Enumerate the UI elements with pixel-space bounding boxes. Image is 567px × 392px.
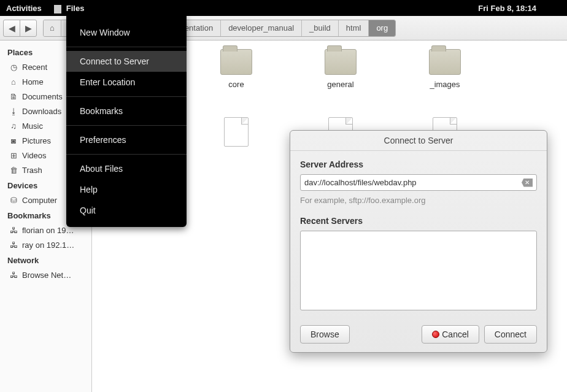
sidebar-item-bookmark[interactable]: 🖧ray on 192.1… [0, 237, 91, 252]
document-icon: 🗎 [9, 91, 18, 101]
file-icon [224, 117, 249, 147]
menu-preferences[interactable]: Preferences [66, 129, 187, 150]
sidebar-item-browse-network[interactable]: 🖧Browse Net… [0, 267, 91, 282]
menu-separator [66, 154, 187, 155]
folder-item[interactable]: _images [417, 49, 472, 89]
menu-separator [66, 125, 187, 126]
menu-quit[interactable]: Quit [66, 200, 187, 221]
connect-button[interactable]: Connect [484, 325, 537, 344]
folder-icon [429, 49, 461, 75]
folder-item[interactable]: core [209, 49, 264, 89]
folder-icon [325, 49, 357, 75]
menu-help[interactable]: Help [66, 179, 187, 200]
menu-separator [66, 96, 187, 97]
app-menu: New Window Connect to Server Enter Locat… [66, 16, 187, 227]
crumb[interactable]: html [339, 20, 369, 36]
activities-button[interactable]: Activities [6, 4, 42, 13]
folder-item[interactable]: general [313, 49, 368, 89]
server-address-input[interactable] [304, 178, 522, 187]
clock-icon: ◷ [9, 62, 18, 72]
remote-icon: 🖧 [9, 225, 18, 235]
camera-icon: ◙ [9, 136, 18, 145]
back-button[interactable]: ◀ [3, 20, 20, 37]
crumb[interactable]: developer_manual [221, 20, 302, 36]
connect-to-server-dialog: Connect to Server Server Address ✕ For e… [290, 130, 547, 353]
download-icon: ⭳ [9, 106, 18, 116]
recent-servers-list[interactable] [300, 231, 537, 310]
network-icon: 🖧 [9, 270, 18, 280]
drive-icon: ⛁ [9, 195, 18, 205]
home-icon: ⌂ [9, 77, 18, 86]
remote-icon: 🖧 [9, 240, 18, 250]
clear-icon[interactable]: ✕ [522, 179, 533, 187]
crumb-current[interactable]: org [369, 20, 395, 36]
menu-new-window[interactable]: New Window [66, 22, 187, 43]
menu-separator [66, 47, 187, 47]
server-address-field[interactable]: ✕ [300, 174, 537, 191]
menu-connect-to-server[interactable]: Connect to Server [66, 51, 187, 72]
address-hint: For example, sftp://foo.example.org [300, 196, 537, 205]
dialog-title: Connect to Server [290, 131, 547, 151]
trash-icon: 🗑 [9, 165, 18, 175]
crumb[interactable]: _build [302, 20, 339, 36]
menu-about[interactable]: About Files [66, 158, 187, 179]
browse-button[interactable]: Browse [300, 325, 350, 344]
home-crumb[interactable]: ⌂ [44, 20, 61, 36]
video-icon: ⊞ [9, 150, 18, 160]
stop-icon [432, 331, 439, 338]
menu-enter-location[interactable]: Enter Location [66, 72, 187, 93]
file-item[interactable] [209, 117, 264, 159]
cancel-button[interactable]: Cancel [422, 325, 479, 344]
server-address-label: Server Address [300, 159, 537, 169]
forward-button[interactable]: ▶ [20, 20, 37, 37]
clock[interactable]: Fri Feb 8, 18:14 [478, 4, 536, 13]
home-icon: ⌂ [50, 23, 55, 33]
network-heading: Network [0, 252, 91, 267]
recent-servers-label: Recent Servers [300, 216, 537, 226]
music-icon: ♫ [9, 121, 18, 131]
folder-icon [220, 49, 252, 75]
menu-bookmarks[interactable]: Bookmarks [66, 101, 187, 121]
